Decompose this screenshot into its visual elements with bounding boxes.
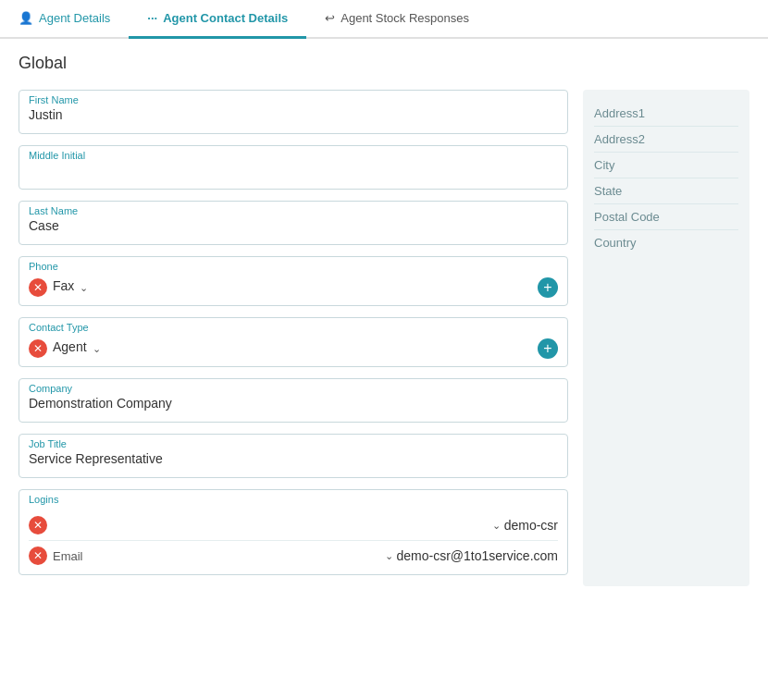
page-content: Global First Name Justin Middle Initial (0, 39, 768, 601)
phone-type-value: Fax (53, 278, 74, 297)
contact-type-group: Contact Type Agent ⌄ + (19, 317, 568, 367)
last-name-label: Last Name (29, 205, 558, 216)
login-1-value: demo-csr (504, 518, 558, 533)
first-name-field: First Name Justin (19, 90, 568, 134)
login-1-remove-button[interactable] (29, 516, 47, 534)
login-row-1: ⌄ demo-csr (29, 510, 558, 541)
postal-code-label: Postal Code (594, 204, 738, 230)
login-2-remove-button[interactable] (29, 546, 47, 565)
company-group: Company Demonstration Company (19, 378, 568, 423)
logins-group: Logins ⌄ demo-csr Email (19, 489, 568, 575)
job-title-group: Job Title Service Representative (19, 434, 568, 478)
company-value[interactable]: Demonstration Company (29, 396, 558, 414)
contact-type-field: Contact Type Agent ⌄ + (19, 317, 568, 367)
contact-type-add-button[interactable]: + (538, 338, 558, 359)
contact-type-value: Agent (53, 339, 87, 358)
tab-bar: 👤 Agent Details ··· Agent Contact Detail… (0, 0, 768, 39)
reply-icon: ↩ (325, 11, 335, 25)
company-label: Company (29, 383, 558, 394)
phone-remove-button[interactable] (29, 278, 47, 297)
last-name-group: Last Name Case (19, 201, 568, 245)
job-title-field: Job Title Service Representative (19, 434, 568, 478)
first-name-value[interactable]: Justin (29, 107, 558, 126)
tab-agent-details[interactable]: 👤 Agent Details (0, 0, 129, 39)
phone-group: Phone Fax ⌄ + (19, 256, 568, 306)
company-field: Company Demonstration Company (19, 378, 568, 423)
middle-initial-label: Middle Initial (29, 150, 558, 161)
phone-input-row: Fax ⌄ + (29, 277, 558, 298)
phone-chevron-icon[interactable]: ⌄ (80, 282, 88, 294)
contact-type-remove-button[interactable] (29, 339, 47, 358)
left-column: First Name Justin Middle Initial Last Na… (19, 90, 568, 586)
middle-initial-field: Middle Initial (19, 145, 568, 190)
first-name-group: First Name Justin (19, 90, 568, 134)
login-row-2: Email ⌄ demo-csr@1to1service.com (29, 541, 558, 571)
login-2-value: demo-csr@1to1service.com (397, 548, 559, 563)
login-2-value-wrap: ⌄ demo-csr@1to1service.com (89, 548, 558, 563)
address1-label: Address1 (594, 101, 738, 127)
middle-initial-value[interactable] (29, 163, 558, 181)
tab-agent-contact-details-label: Agent Contact Details (163, 11, 288, 25)
contact-type-chevron-icon[interactable]: ⌄ (93, 343, 101, 355)
tab-agent-details-label: Agent Details (39, 11, 110, 25)
city-label: City (594, 153, 738, 178)
phone-field: Phone Fax ⌄ + (19, 256, 568, 306)
tab-agent-contact-details[interactable]: ··· Agent Contact Details (129, 0, 306, 39)
phone-add-button[interactable]: + (538, 277, 558, 298)
main-layout: First Name Justin Middle Initial Last Na… (19, 90, 749, 586)
job-title-label: Job Title (29, 438, 558, 449)
tab-agent-stock-responses[interactable]: ↩ Agent Stock Responses (306, 0, 488, 39)
contact-type-input-row: Agent ⌄ + (29, 338, 558, 359)
login-2-chevron-icon[interactable]: ⌄ (385, 550, 393, 562)
job-title-value[interactable]: Service Representative (29, 451, 558, 470)
login-1-value-wrap: ⌄ demo-csr (53, 518, 558, 533)
address-panel: Address1 Address2 City State Postal Code… (583, 90, 749, 586)
first-name-label: First Name (29, 94, 558, 105)
middle-initial-group: Middle Initial (19, 145, 568, 190)
logins-field: Logins ⌄ demo-csr Email (19, 489, 568, 575)
dots-icon: ··· (147, 11, 157, 25)
logins-label: Logins (29, 494, 558, 505)
state-label: State (594, 178, 738, 204)
last-name-field: Last Name Case (19, 201, 568, 245)
tab-agent-stock-responses-label: Agent Stock Responses (341, 11, 469, 25)
contact-type-label: Contact Type (29, 322, 558, 333)
phone-label: Phone (29, 261, 558, 272)
person-icon: 👤 (19, 11, 33, 25)
page-title: Global (19, 54, 749, 73)
last-name-value[interactable]: Case (29, 218, 558, 237)
address2-label: Address2 (594, 127, 738, 153)
country-label: Country (594, 230, 738, 255)
login-1-chevron-icon[interactable]: ⌄ (492, 520, 501, 532)
login-2-type: Email (53, 549, 83, 563)
